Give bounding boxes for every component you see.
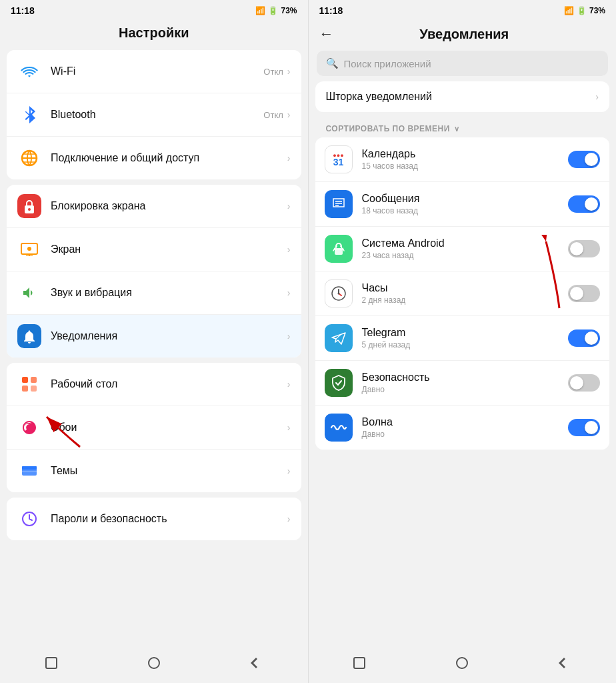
- left-phone-panel: 11:18 📶 🔋 73% Настройки Wi-Fi Откл ›: [0, 0, 308, 683]
- svg-point-2: [28, 208, 31, 211]
- notif-item-wave[interactable]: Волна Давно: [315, 406, 610, 450]
- connection-icon: [17, 146, 41, 170]
- screen-icon: [17, 237, 41, 261]
- settings-item-sound[interactable]: Звук и вибрация ›: [7, 271, 301, 315]
- security-toggle[interactable]: [568, 374, 600, 392]
- passwords-icon: [17, 507, 41, 531]
- left-time: 11:18: [11, 5, 35, 16]
- telegram-app-icon: [325, 324, 353, 352]
- shutter-chevron: ›: [595, 91, 599, 102]
- settings-group-appearance: Рабочий стол › Обои › Темы ›: [7, 363, 301, 492]
- right-square-btn[interactable]: [350, 654, 369, 672]
- notifications-title: Уведомления: [343, 27, 606, 42]
- search-placeholder: Поиск приложений: [344, 58, 431, 69]
- wifi-icon: [17, 59, 41, 83]
- notif-item-security[interactable]: Безопасность Давно: [315, 361, 610, 406]
- settings-item-bluetooth[interactable]: Bluetooth Откл ›: [7, 93, 301, 137]
- svg-point-34: [457, 658, 467, 668]
- themes-icon: [17, 459, 41, 483]
- wifi-value: Откл: [263, 67, 283, 77]
- messages-time: 18 часов назад: [362, 206, 569, 215]
- svg-line-26: [343, 248, 344, 251]
- settings-item-notifications[interactable]: Уведомления ›: [7, 315, 301, 358]
- right-circle-btn[interactable]: [453, 654, 471, 672]
- notif-item-android[interactable]: Система Android 23 часа назад: [315, 227, 610, 271]
- android-time: 23 часа назад: [362, 251, 569, 260]
- notifications-label: Уведомления: [51, 329, 287, 344]
- notif-item-telegram[interactable]: Telegram 5 дней назад: [315, 316, 610, 361]
- sound-icon: [17, 281, 41, 305]
- wave-app-icon: [325, 414, 353, 442]
- settings-item-themes[interactable]: Темы ›: [7, 450, 301, 492]
- screen-chevron: ›: [287, 244, 291, 255]
- settings-item-desktop[interactable]: Рабочий стол ›: [7, 363, 301, 406]
- bluetooth-icon: [17, 103, 41, 127]
- settings-group-device: Блокировка экрана › Экран › Звук и вибра…: [7, 185, 301, 358]
- android-app-info: Система Android 23 часа назад: [362, 237, 569, 260]
- settings-item-wifi[interactable]: Wi-Fi Откл ›: [7, 50, 301, 93]
- bluetooth-value: Откл: [263, 110, 283, 120]
- messages-toggle[interactable]: [568, 195, 600, 213]
- themes-label: Темы: [51, 464, 287, 478]
- battery-icon: 🔋: [268, 6, 278, 15]
- clock-name: Часы: [362, 282, 569, 294]
- left-back-btn[interactable]: [247, 654, 266, 672]
- right-phone-panel: 11:18 📶 🔋 73% ← Уведомления 🔍 Поиск прил…: [309, 0, 617, 683]
- search-bar[interactable]: 🔍 Поиск приложений: [317, 51, 609, 76]
- settings-item-wallpaper[interactable]: Обои ›: [7, 406, 301, 450]
- desktop-label: Рабочий стол: [51, 378, 287, 392]
- svg-rect-13: [22, 466, 37, 470]
- telegram-toggle[interactable]: [568, 329, 600, 347]
- android-toggle[interactable]: [568, 240, 600, 257]
- android-app-icon: [325, 235, 353, 263]
- svg-rect-11: [31, 386, 37, 392]
- notif-item-messages[interactable]: Сообщения 18 часов назад: [315, 182, 610, 227]
- lock-icon: [17, 194, 41, 218]
- wallpaper-chevron: ›: [287, 422, 291, 433]
- settings-title: Настройки: [0, 19, 308, 50]
- wave-app-info: Волна Давно: [362, 416, 569, 439]
- left-square-btn[interactable]: [42, 654, 61, 672]
- security-app-icon: [325, 369, 353, 397]
- passwords-chevron: ›: [287, 514, 291, 524]
- svg-rect-8: [22, 377, 28, 383]
- svg-point-30: [337, 293, 339, 295]
- security-name: Безопасность: [362, 372, 569, 384]
- left-status-icons: 📶 🔋 73%: [255, 6, 297, 15]
- shutter-card[interactable]: Шторка уведомлений ›: [315, 81, 610, 112]
- clock-toggle[interactable]: [568, 285, 600, 302]
- right-battery-icon: 🔋: [577, 6, 587, 15]
- security-time: Давно: [362, 385, 569, 394]
- settings-group-network: Wi-Fi Откл › Bluetooth Откл ›: [7, 50, 301, 179]
- bluetooth-chevron: ›: [287, 109, 291, 120]
- right-signal-icon: 📶: [564, 6, 574, 15]
- calendar-toggle[interactable]: [568, 151, 600, 168]
- notif-item-calendar[interactable]: ●●● 31 Календарь 15 часов назад: [315, 137, 610, 182]
- notif-item-clock[interactable]: Часы 2 дня назад: [315, 271, 610, 316]
- calendar-time: 15 часов назад: [362, 161, 569, 171]
- messages-name: Сообщения: [362, 193, 569, 205]
- right-time: 11:18: [319, 5, 343, 16]
- wallpaper-icon: [17, 416, 41, 440]
- calendar-app-info: Календарь 15 часов назад: [362, 148, 569, 171]
- signal-icon: 📶: [255, 6, 265, 15]
- left-circle-btn[interactable]: [145, 654, 163, 672]
- right-nav-bar: [309, 646, 617, 683]
- sort-chevron: ∨: [454, 125, 460, 133]
- svg-rect-9: [31, 377, 37, 383]
- search-icon: 🔍: [326, 57, 339, 69]
- right-back-btn[interactable]: [555, 654, 574, 672]
- svg-rect-22: [334, 248, 343, 250]
- screen-label: Экран: [51, 243, 287, 257]
- settings-item-lock[interactable]: Блокировка экрана ›: [7, 185, 301, 228]
- settings-item-connection[interactable]: Подключение и общий доступ ›: [7, 137, 301, 179]
- back-button[interactable]: ←: [319, 25, 334, 43]
- wave-toggle[interactable]: [568, 419, 600, 436]
- themes-chevron: ›: [287, 466, 291, 476]
- wave-name: Волна: [362, 416, 569, 428]
- bluetooth-label: Bluetooth: [51, 108, 263, 122]
- messages-app-icon: [325, 190, 353, 218]
- settings-item-passwords[interactable]: Пароли и безопасность ›: [7, 498, 301, 540]
- svg-marker-18: [251, 658, 257, 668]
- settings-item-screen[interactable]: Экран ›: [7, 228, 301, 271]
